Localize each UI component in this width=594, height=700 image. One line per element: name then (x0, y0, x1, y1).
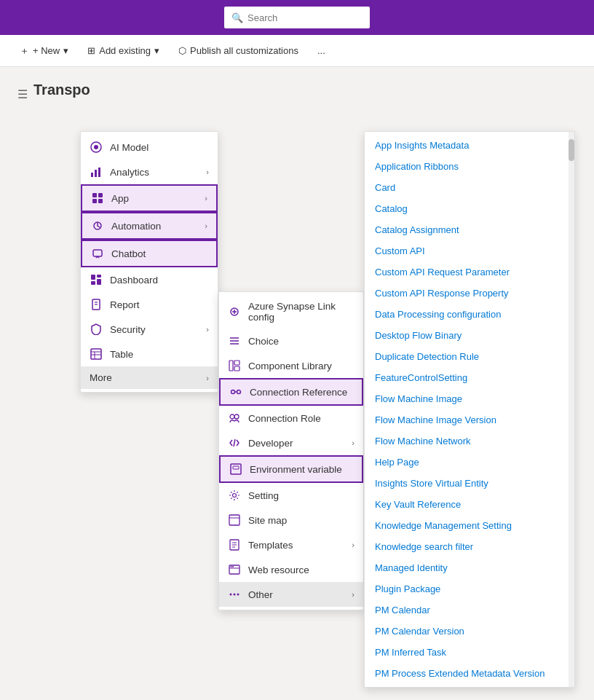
search-icon: 🔍 (231, 12, 243, 23)
more-toolbar-button[interactable]: ... (309, 41, 333, 60)
svg-point-30 (237, 390, 241, 394)
menu-item-pm-inferred-task[interactable]: PM Inferred Task (365, 642, 574, 663)
menu-item-choice[interactable]: Choice (219, 329, 363, 353)
svg-rect-8 (98, 199, 103, 203)
menu-item-security[interactable]: Security › (81, 317, 218, 342)
menu-item-automation[interactable]: Automation › (81, 212, 218, 240)
svg-rect-2 (91, 173, 93, 177)
menu-item-more[interactable]: More › (81, 366, 218, 389)
publish-label: Publish all customizations (190, 45, 298, 56)
desktop-flow-binary-label: Desktop Flow Binary (375, 330, 564, 341)
dashboard-icon (90, 273, 103, 286)
report-label: Report (110, 299, 209, 310)
more-label: More (90, 372, 199, 383)
menu-item-analytics[interactable]: Analytics › (81, 160, 218, 184)
menu-item-azure-synapse[interactable]: Azure Synapse Link config (219, 295, 363, 329)
menu-item-web-resource[interactable]: Web resource (219, 557, 363, 582)
menu-item-managed-identity[interactable]: Managed Identity (365, 557, 574, 578)
setting-icon (228, 489, 241, 502)
menu-item-flow-machine-image[interactable]: Flow Machine Image (365, 388, 574, 409)
menu-item-custom-api-response-prop[interactable]: Custom API Response Property (365, 283, 574, 304)
menu-item-insights-store-virtual[interactable]: Insights Store Virtual Entity (365, 473, 574, 494)
menu-item-setting[interactable]: Setting (219, 483, 363, 508)
ai-model-icon (90, 141, 103, 154)
menu-item-key-vault-reference[interactable]: Key Vault Reference (365, 494, 574, 515)
other-chevron: › (352, 590, 355, 599)
dashboard-label: Dashboard (110, 275, 209, 286)
menu-item-custom-api[interactable]: Custom API (365, 240, 574, 261)
menu-item-card[interactable]: Card (365, 177, 574, 198)
menu-item-desktop-flow-binary[interactable]: Desktop Flow Binary (365, 325, 574, 346)
menu-item-knowledge-search-filter[interactable]: Knowledge search filter (365, 536, 574, 557)
pm-calendar-version-label: PM Calendar Version (375, 626, 564, 637)
developer-icon (228, 436, 241, 449)
other-label: Other (248, 589, 344, 600)
azure-synapse-icon (228, 305, 241, 318)
templates-label: Templates (248, 540, 344, 551)
menu-item-component-library[interactable]: Component Library (219, 353, 363, 378)
catalog-label: Catalog (375, 203, 564, 214)
svg-rect-26 (229, 361, 233, 371)
analytics-label: Analytics (110, 167, 199, 178)
app-chevron: › (205, 194, 207, 202)
new-button[interactable]: ＋ + New ▾ (12, 40, 76, 62)
scrollbar-thumb[interactable] (569, 139, 574, 161)
add-existing-label: Add existing (99, 45, 151, 56)
knowledge-management-setting-label: Knowledge Management Setting (375, 520, 564, 531)
menu-item-other[interactable]: Other › (219, 582, 363, 607)
menu-item-application-ribbons[interactable]: Application Ribbons (365, 156, 574, 177)
menu-level2: Azure Synapse Link config Choice Compone… (218, 291, 364, 610)
menu-item-site-map[interactable]: Site map (219, 508, 363, 532)
plugin-package-label: Plugin Package (375, 583, 564, 594)
menu-item-pm-calendar-version[interactable]: PM Calendar Version (365, 621, 574, 642)
menu-item-connection-reference[interactable]: Connection Reference (219, 378, 363, 406)
search-input[interactable] (248, 12, 363, 23)
menu-item-catalog[interactable]: Catalog (365, 198, 574, 219)
menu-item-pm-process-extended[interactable]: PM Process Extended Metadata Version (365, 663, 574, 684)
menu-item-dashboard[interactable]: Dashboard (81, 267, 218, 292)
menu-item-table[interactable]: Table (81, 342, 218, 366)
menu-item-pm-calendar[interactable]: PM Calendar (365, 599, 574, 621)
automation-chevron: › (205, 221, 207, 230)
card-label: Card (375, 182, 564, 193)
svg-rect-12 (97, 275, 101, 278)
svg-point-48 (230, 594, 232, 596)
toolbar: ＋ + New ▾ ⊞ Add existing ▾ ⬡ Publish all… (0, 35, 594, 67)
feature-control-setting-label: FeatureControlSetting (375, 372, 564, 383)
menu-item-flow-machine-network[interactable]: Flow Machine Network (365, 430, 574, 452)
svg-point-46 (231, 566, 232, 567)
menu-item-developer[interactable]: Developer › (219, 430, 363, 455)
connection-role-icon (228, 412, 241, 425)
publish-button[interactable]: ⬡ Publish all customizations (170, 41, 306, 60)
menu-item-help-page[interactable]: Help Page (365, 452, 574, 473)
menu-level1: AI Model Analytics › App › (80, 131, 218, 393)
choice-label: Choice (248, 336, 355, 347)
menu-item-flow-machine-image-version[interactable]: Flow Machine Image Version (365, 409, 574, 430)
menu-item-chatbot[interactable]: Chatbot (81, 240, 218, 267)
menu-item-ai-model[interactable]: AI Model (81, 135, 218, 160)
menu-item-data-processing-config[interactable]: Data Processing configuration (365, 304, 574, 325)
menu-item-feature-control-setting[interactable]: FeatureControlSetting (365, 367, 574, 388)
pm-inferred-task-label: PM Inferred Task (375, 647, 564, 658)
azure-synapse-label: Azure Synapse Link config (248, 301, 355, 323)
new-chevron: ▾ (63, 45, 68, 56)
menu-item-connection-role[interactable]: Connection Role (219, 406, 363, 430)
search-box[interactable]: 🔍 (224, 7, 370, 28)
svg-line-34 (234, 439, 235, 447)
menu-item-app[interactable]: App › (81, 184, 218, 212)
add-existing-button[interactable]: ⊞ Add existing ▾ (79, 41, 167, 60)
menu-item-plugin-package[interactable]: Plugin Package (365, 578, 574, 599)
scrollbar-track[interactable] (569, 132, 574, 687)
menu-item-knowledge-management-setting[interactable]: Knowledge Management Setting (365, 515, 574, 536)
menu-item-custom-api-request-param[interactable]: Custom API Request Parameter (365, 261, 574, 283)
menu-item-catalog-assignment[interactable]: Catalog Assignment (365, 219, 574, 240)
menu-item-templates[interactable]: Templates › (219, 532, 363, 557)
menu-item-app-insights-metadata[interactable]: App Insights Metadata (365, 135, 574, 156)
menu-item-report[interactable]: Report (81, 292, 218, 317)
more-toolbar-label: ... (317, 45, 325, 56)
svg-rect-28 (234, 366, 239, 371)
menu-item-environment-variable[interactable]: Environment variable (219, 455, 363, 483)
menu-item-duplicate-detection-rule[interactable]: Duplicate Detection Rule (365, 346, 574, 367)
component-library-icon (228, 359, 241, 372)
templates-icon (228, 538, 241, 551)
